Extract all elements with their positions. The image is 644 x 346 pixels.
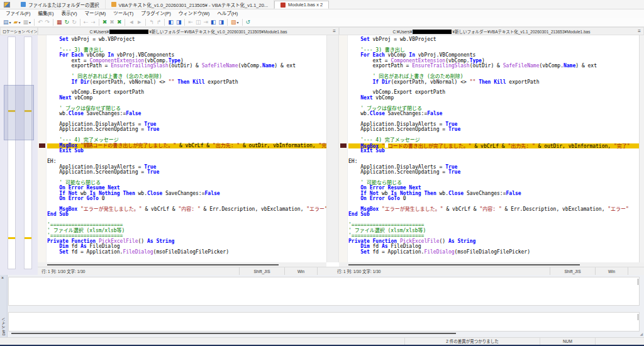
code-line[interactable]: Exit Sub	[348, 148, 639, 153]
next-file-button: ⇢	[89, 18, 97, 26]
save-button: ▦▾	[21, 18, 32, 26]
winmerge-window: ファイルまたはフォルダーの選択VBAテキスト化_v1.0_20260301_21…	[0, 0, 644, 346]
code-line[interactable]: Exit Sub	[47, 148, 326, 153]
open-button[interactable]: ▰▾	[13, 18, 22, 26]
location-pane-header: ロケーション ペイン ×	[0, 27, 38, 35]
refresh-button[interactable]: ↺	[245, 18, 252, 26]
toolbar-separator	[242, 19, 243, 26]
code-line[interactable]: wb.Close SaveChanges:=False	[47, 111, 326, 116]
menu-ファイル[interactable]: ファイル(F)	[2, 9, 35, 18]
refresh-icon: ↺	[246, 18, 251, 26]
code-line[interactable]: '--- 4) 完了メッセージ	[348, 138, 639, 143]
left-code-area[interactable]: Set vbProj = wb.VBProject '--- 3) 書き出し F…	[47, 35, 326, 262]
copy-to-left-button[interactable]: ◧	[167, 18, 175, 26]
code-line[interactable]: Application.ScreenUpdating = True	[47, 170, 326, 175]
tab-2[interactable]: VBAテキスト化_v1.0_20260301_213505¥ - VBAテキスト…	[106, 0, 275, 9]
menu-ウィンドウ[interactable]: ウィンドウ(W)	[175, 9, 214, 18]
dropdown-arrow-icon[interactable]: ▾	[237, 20, 239, 25]
dropdown-arrow-icon[interactable]: ▾	[9, 20, 11, 25]
last-diff-icon: ⇥	[203, 18, 208, 26]
code-line[interactable]: On Error GoTo 0	[47, 196, 326, 201]
code-line[interactable]: End Sub	[348, 212, 639, 217]
code-line[interactable]: If Dir(exportPath, vbNormal) <> "" Then …	[47, 80, 326, 85]
compare-button[interactable]: ✖	[101, 18, 109, 26]
new-button[interactable]: ▤▾	[2, 18, 13, 26]
code-line[interactable]: If Dir(exportPath, vbNormal) <> "" Then …	[348, 80, 639, 85]
compare-mixed-button[interactable]: ✖	[116, 18, 123, 26]
diff-location-marker[interactable]	[25, 237, 31, 239]
code-line[interactable]: Application.ScreenUpdating = True	[348, 127, 639, 132]
copy-to-right-button[interactable]: ◨	[175, 18, 183, 26]
copy-to-right-icon: ◨	[176, 18, 182, 26]
code-line[interactable]: Set vbProj = wb.VBProject	[47, 37, 326, 42]
diff-pane-lower-text[interactable]	[8, 312, 640, 332]
compare-gray-button: ✖	[108, 18, 116, 26]
code-line[interactable]: exportPath = EnsureTrailingSlash(outDir)…	[47, 64, 326, 69]
dropdown-arrow-icon[interactable]: ▾	[29, 20, 31, 25]
location-view-rect[interactable]	[4, 85, 34, 140]
menu-マージ[interactable]: マージ(M)	[81, 9, 110, 18]
diff-pane-hscroll-thumb[interactable]	[11, 333, 456, 334]
recompare-button[interactable]: ↻	[64, 18, 71, 26]
code-line[interactable]: exportPath = EnsureTrailingSlash(outDir)…	[348, 64, 639, 69]
compare-mixed-icon: ✖	[117, 18, 122, 26]
resize-grip-icon[interactable]: ◢	[640, 332, 643, 336]
code-line[interactable]	[47, 154, 326, 159]
code-line[interactable]: Application.ScreenUpdating = True	[348, 170, 639, 175]
code-line[interactable]: Set fd = Application.FileDialog(msoFileD…	[47, 250, 326, 255]
code-line[interactable]: Application.ScreenUpdating = True	[47, 127, 326, 132]
toolbar-separator	[34, 19, 35, 26]
code-line[interactable]: Next vbComp	[47, 96, 326, 101]
menu-プラグイン[interactable]: プラグイン(P)	[137, 9, 175, 18]
diff-pane-upper-text[interactable]	[8, 277, 640, 306]
tab-label: ファイルまたはフォルダーの選択	[28, 1, 99, 8]
left-pane-menu-icon[interactable]: ≡	[333, 28, 336, 34]
auto-merge-button[interactable]: ▨▾	[230, 18, 240, 26]
right-vertical-scrollbar[interactable]	[639, 35, 644, 262]
dropdown-arrow-icon[interactable]: ▾	[18, 20, 20, 25]
auto-merge-icon: ▨	[231, 18, 236, 26]
copy-left-advance-button[interactable]: ◧	[209, 18, 218, 26]
left-horizontal-scrollbar[interactable]	[38, 262, 326, 267]
menu-編集[interactable]: 編集(E)	[35, 9, 58, 18]
location-bar-right[interactable]	[24, 36, 32, 269]
right-code-area[interactable]: Set vbProj = wb.VBProject '--- 3) 書き出し F…	[348, 35, 639, 262]
right-cursor-position: 行: 1 列: 1/30 文字: 1/30	[333, 268, 550, 274]
code-line[interactable]: End Sub	[47, 212, 326, 217]
copy-left-curve-icon: ↰	[149, 18, 154, 26]
copy-right-curve-icon: ↱	[157, 18, 162, 26]
right-pane-menu-icon[interactable]: ≡	[638, 28, 641, 34]
copy-right-advance-button[interactable]: ◨	[218, 18, 226, 26]
right-editor-pane[interactable]: Set vbProj = wb.VBProject '--- 3) 書き出し F…	[339, 35, 639, 262]
code-line[interactable]: Set vbProj = wb.VBProject	[348, 37, 639, 42]
pane-splitter[interactable]	[326, 35, 339, 262]
options-button[interactable]: ▦	[55, 18, 64, 26]
diff-code-line[interactable]: MsgBox "コードの書き出しが完了しました。" & vbCrLf & "出力…	[348, 143, 639, 148]
right-hscroll-thumb[interactable]	[348, 264, 580, 265]
diff-pane-title: Diff ペイン	[1, 318, 6, 336]
code-line[interactable]: wb.Close SaveChanges:=False	[348, 111, 639, 116]
code-line[interactable]: MsgBox "エラーが発生しました。" & vbCrLf & "内容: " &…	[47, 207, 326, 212]
diff-location-marker[interactable]	[8, 237, 15, 239]
code-line[interactable]: Set fd = Application.FileDialog(msoFileD…	[348, 250, 639, 255]
left-hscroll-thumb[interactable]	[47, 264, 279, 265]
redo-button: ↷	[44, 18, 52, 26]
tab-3[interactable]: Module1.bas x 2	[274, 1, 329, 9]
right-horizontal-scrollbar[interactable]	[339, 262, 644, 267]
left-editor-pane[interactable]: Set vbProj = wb.VBProject '--- 3) 書き出し F…	[38, 35, 326, 262]
menu-ヘルプ[interactable]: ヘルプ(H)	[213, 9, 242, 18]
code-line[interactable]	[348, 154, 639, 159]
location-bar-left[interactable]	[8, 36, 16, 269]
tab-bar: ファイルまたはフォルダーの選択VBAテキスト化_v1.0_20260301_21…	[0, 0, 644, 9]
diff-margin-marker	[340, 143, 347, 148]
diff-code-line[interactable]: MsgBox "VBAコードの書き出しが完了しました。" & vbCrLf & …	[47, 143, 326, 148]
copy-right-curve-button: ↱	[155, 18, 163, 26]
prev-file-icon: ⇠	[84, 18, 89, 26]
diff-pane-close-icon[interactable]: ×	[1, 276, 4, 280]
code-line[interactable]: Next vbComp	[348, 96, 639, 101]
menu-表示[interactable]: 表示(V)	[58, 9, 81, 18]
code-line[interactable]: MsgBox "エラーが発生しました。" & vbCrLf & "内容: " &…	[348, 207, 639, 212]
code-line[interactable]: On Error GoTo 0	[348, 196, 639, 201]
menu-ツール[interactable]: ツール(T)	[109, 9, 137, 18]
tab-1[interactable]: ファイルまたはフォルダーの選択	[15, 0, 106, 9]
